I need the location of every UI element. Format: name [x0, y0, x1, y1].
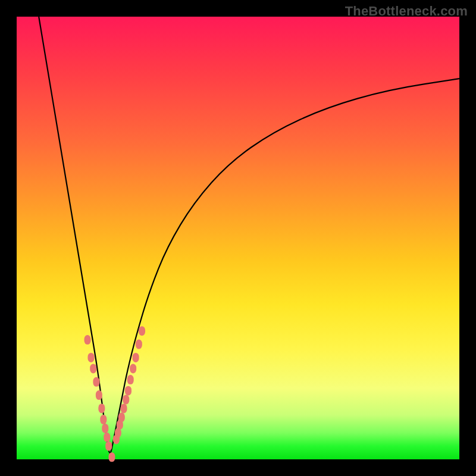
marker-point: [108, 452, 115, 462]
marker-point: [100, 415, 107, 424]
marker-point: [121, 403, 127, 413]
marker-point: [87, 353, 94, 362]
marker-point: [130, 364, 136, 373]
marker-point: [93, 377, 99, 387]
marker-point: [136, 340, 142, 349]
plot-area: [17, 17, 459, 459]
bottleneck-curve: [39, 17, 459, 453]
marker-point: [127, 375, 134, 384]
marker-point: [96, 390, 102, 400]
marker-point: [118, 412, 125, 422]
marker-point: [123, 395, 129, 405]
marker-point: [90, 364, 96, 373]
marker-point: [133, 353, 139, 362]
marker-point: [139, 326, 145, 336]
marker-point: [105, 441, 112, 451]
chart-container: TheBottleneck.com: [0, 0, 476, 476]
marker-point: [102, 424, 108, 433]
marker-point: [104, 433, 110, 442]
overlay-svg: [17, 17, 459, 459]
marker-point: [84, 335, 91, 345]
marker-point: [125, 386, 131, 396]
marker-point: [98, 403, 105, 413]
